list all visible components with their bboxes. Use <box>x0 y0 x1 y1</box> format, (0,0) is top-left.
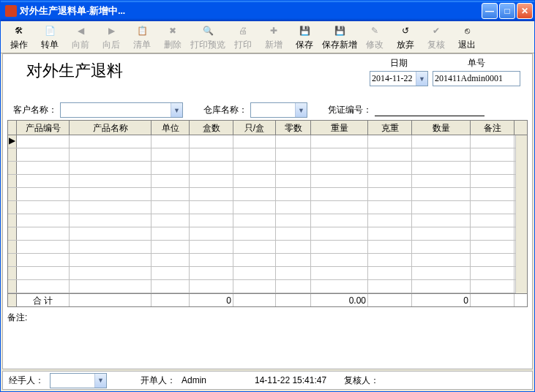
titlebar[interactable]: 对外生产退料单-新增中... — □ ✕ <box>1 1 534 21</box>
voucher-input[interactable] <box>375 105 485 116</box>
voucher-label: 凭证编号： <box>328 104 372 116</box>
creator-label: 开单人： <box>141 374 176 387</box>
table-row[interactable] <box>8 280 527 293</box>
close-button[interactable]: ✕ <box>517 3 533 19</box>
next-icon: ▶ <box>104 23 119 38</box>
handler-field[interactable]: ▼ <box>50 373 107 388</box>
savenew-button[interactable]: 💾保存新增 <box>320 23 359 51</box>
form-title: 对外生产退料 <box>26 60 123 82</box>
preview-button[interactable]: 🔍打印预览 <box>188 23 228 51</box>
reviewer-label: 复核人： <box>344 374 379 387</box>
exit-icon: ⎋ <box>460 23 474 38</box>
grid-body[interactable]: ▶ <box>8 135 527 293</box>
table-row[interactable]: ▶ <box>8 135 527 148</box>
col-unit[interactable]: 单位 <box>151 121 190 135</box>
row-selector-header <box>8 121 17 135</box>
discard-icon: ↺ <box>398 23 413 38</box>
next-button[interactable]: ▶向后 <box>96 23 127 51</box>
wh-input[interactable] <box>251 105 295 116</box>
dropdown-icon[interactable]: ▼ <box>94 374 106 388</box>
cust-input[interactable] <box>61 105 171 116</box>
list-icon: 📋 <box>135 23 149 38</box>
prev-button[interactable]: ◀向前 <box>65 23 96 51</box>
filter-row: 客户名称： ▼ 仓库名称： ▼ 凭证编号： <box>13 102 522 118</box>
creator-value: Admin <box>182 375 206 385</box>
edit-button[interactable]: ✎修改 <box>359 23 390 51</box>
table-row[interactable] <box>8 201 527 214</box>
cust-label: 客户名称： <box>13 104 57 116</box>
table-row[interactable] <box>8 162 527 175</box>
dropdown-icon[interactable]: ▼ <box>416 72 427 86</box>
new-icon: ✚ <box>266 23 281 38</box>
handler-input[interactable] <box>50 375 94 386</box>
table-row[interactable] <box>8 241 527 254</box>
audit-button[interactable]: ✔复核 <box>421 23 452 51</box>
status-bar: 经手人： ▼ 开单人： Admin 14-11-22 15:41:47 复核人： <box>2 371 533 390</box>
op-button[interactable]: 🛠操作 <box>4 23 34 51</box>
timestamp: 14-11-22 15:41:47 <box>255 375 326 385</box>
table-row[interactable] <box>8 214 527 227</box>
grid-scrollbar[interactable] <box>515 135 527 293</box>
prev-icon: ◀ <box>73 23 88 38</box>
edit-icon: ✎ <box>367 23 382 38</box>
handler-label: 经手人： <box>9 374 44 387</box>
total-qty: 0 <box>412 294 471 307</box>
num-input[interactable] <box>433 73 518 84</box>
col-kw[interactable]: 克重 <box>368 121 412 135</box>
new-button[interactable]: ✚新增 <box>258 23 289 51</box>
grid-header: 产品编号 产品名称 单位 盒数 只/盒 零数 重量 克重 数量 备注 <box>8 121 527 135</box>
save-icon: 💾 <box>297 23 312 38</box>
delete-button[interactable]: ✖删除 <box>157 23 188 51</box>
print-button[interactable]: 🖨打印 <box>228 23 258 51</box>
cust-field[interactable]: ▼ <box>60 102 183 118</box>
table-row[interactable] <box>8 267 527 280</box>
preview-icon: 🔍 <box>201 23 215 38</box>
col-ls[interactable]: 零数 <box>276 121 311 135</box>
table-row[interactable] <box>8 227 527 241</box>
tools-icon: 🛠 <box>12 23 26 38</box>
clear-button[interactable]: 📋清单 <box>127 23 157 51</box>
num-field[interactable] <box>433 71 520 86</box>
total-box: 0 <box>190 294 233 307</box>
toolbar: 🛠操作 📄转单 ◀向前 ▶向后 📋清单 ✖删除 🔍打印预览 🖨打印 ✚新增 💾保… <box>1 21 534 53</box>
maximize-button[interactable]: □ <box>499 3 515 19</box>
audit-icon: ✔ <box>429 23 444 38</box>
wh-field[interactable]: ▼ <box>250 102 307 118</box>
trans-button[interactable]: 📄转单 <box>34 23 65 51</box>
trans-icon: 📄 <box>42 23 57 38</box>
col-qty[interactable]: 数量 <box>412 121 471 135</box>
num-label: 单号 <box>433 57 520 69</box>
dropdown-icon[interactable]: ▼ <box>171 103 182 117</box>
data-grid[interactable]: 产品编号 产品名称 单位 盒数 只/盒 零数 重量 克重 数量 备注 ▶ 合 计… <box>7 120 528 307</box>
app-icon <box>5 5 17 17</box>
date-input[interactable] <box>370 73 416 84</box>
grid-footer: 合 计 0 0.00 0 <box>8 293 527 306</box>
table-row[interactable] <box>8 254 527 267</box>
date-field[interactable]: ▼ <box>370 71 428 86</box>
delete-icon: ✖ <box>165 23 180 38</box>
date-label: 日期 <box>370 57 428 69</box>
table-row[interactable] <box>8 188 527 201</box>
app-window: 对外生产退料单-新增中... — □ ✕ 🛠操作 📄转单 ◀向前 ▶向后 📋清单… <box>0 0 535 392</box>
save-button[interactable]: 💾保存 <box>289 23 320 51</box>
exit-button[interactable]: ⎋退出 <box>452 23 482 51</box>
col-box[interactable]: 盒数 <box>190 121 233 135</box>
window-title: 对外生产退料单-新增中... <box>20 4 482 18</box>
col-rmk[interactable]: 备注 <box>471 121 515 135</box>
savenew-icon: 💾 <box>332 23 347 38</box>
table-row[interactable] <box>8 175 527 188</box>
discard-button[interactable]: ↺放弃 <box>390 23 421 51</box>
total-label: 合 计 <box>17 294 70 307</box>
content-area: 对外生产退料 日期 单号 ▼ 客户名称： ▼ 仓库名称： ▼ <box>2 53 533 369</box>
remark-label: 备注: <box>7 312 27 324</box>
col-name[interactable]: 产品名称 <box>70 121 151 135</box>
col-wt[interactable]: 重量 <box>311 121 368 135</box>
total-wt: 0.00 <box>311 294 368 307</box>
dropdown-icon[interactable]: ▼ <box>295 103 307 117</box>
minimize-button[interactable]: — <box>482 3 498 19</box>
print-icon: 🖨 <box>236 23 250 38</box>
col-per[interactable]: 只/盒 <box>233 121 276 135</box>
table-row[interactable] <box>8 148 527 162</box>
wh-label: 仓库名称： <box>203 104 247 116</box>
col-prod[interactable]: 产品编号 <box>17 121 70 135</box>
